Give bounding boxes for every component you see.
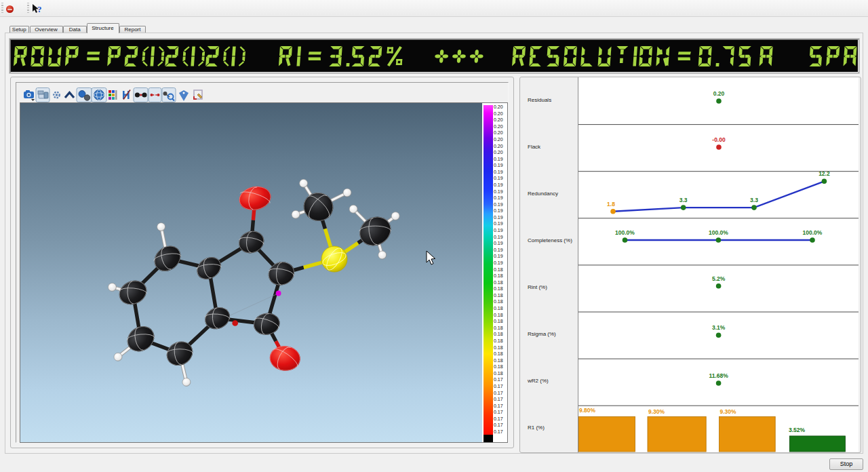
svg-text:11.68%: 11.68% xyxy=(709,372,728,379)
svg-text:-0.00: -0.00 xyxy=(712,136,726,143)
svg-text:100.0%: 100.0% xyxy=(709,229,728,236)
svg-text:?: ? xyxy=(37,4,42,14)
svg-text:9.80%: 9.80% xyxy=(579,407,596,414)
svg-text:9.30%: 9.30% xyxy=(720,408,737,415)
svg-text:3.3: 3.3 xyxy=(679,197,688,203)
svg-text:3.1%: 3.1% xyxy=(712,324,726,331)
svg-text:5.2%: 5.2% xyxy=(712,275,726,282)
svg-text:0.20: 0.20 xyxy=(713,90,725,97)
svg-text:1.8: 1.8 xyxy=(607,201,615,208)
svg-text:100.0%: 100.0% xyxy=(615,229,635,236)
svg-text:100.0%: 100.0% xyxy=(803,229,823,236)
svg-text:3.3: 3.3 xyxy=(750,197,758,203)
svg-text:9.30%: 9.30% xyxy=(648,408,665,415)
svg-text:3.52%: 3.52% xyxy=(789,427,806,433)
svg-text:12.2: 12.2 xyxy=(818,170,830,177)
